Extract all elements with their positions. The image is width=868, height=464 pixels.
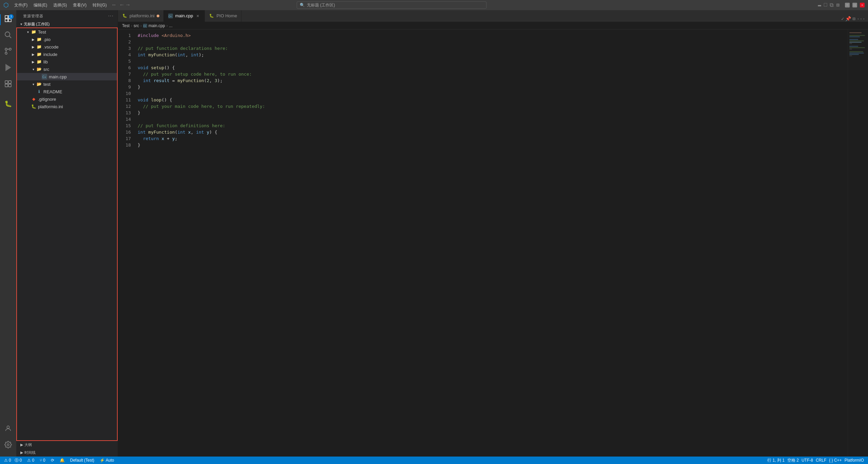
tab-action-more[interactable]: ··· — [857, 16, 865, 22]
tree-item-src[interactable]: ▾ 📂 src — [17, 65, 117, 73]
status-line-ending[interactable]: CRLF — [814, 458, 828, 463]
svg-rect-6 — [5, 81, 8, 83]
tree-item-label-gitignore: .gitignore — [38, 97, 56, 102]
svg-rect-9 — [8, 84, 11, 87]
code-line-12: // put your main code here, to run repea… — [138, 103, 848, 110]
split-icon[interactable]: ⧉ — [830, 2, 833, 8]
sidebar-more-button[interactable]: ··· — [108, 13, 114, 19]
breadcrumb-more[interactable]: ... — [169, 23, 173, 28]
menu-more[interactable]: ··· — [110, 2, 118, 9]
tab-platformio-ini[interactable]: 🐛 platformio.ini — [118, 10, 164, 22]
outline-panel-title[interactable]: ▶ 大纲 — [16, 441, 118, 449]
code-line-13: } — [138, 110, 848, 116]
status-platform[interactable]: PlatformIO — [843, 458, 865, 463]
tree-item-test[interactable]: ▾ 📁 Test — [17, 28, 117, 36]
svg-point-10 — [7, 426, 9, 428]
breadcrumb-sep-2: › — [140, 23, 142, 28]
global-search-bar[interactable]: 🔍 无标题 (工作区) — [297, 1, 487, 9]
status-source-control[interactable]: ⑂ 0 — [38, 457, 47, 464]
tab-bar: 🐛 platformio.ini C+ main.cpp × 🐛 PIO Hom… — [118, 10, 868, 22]
breadcrumb-file[interactable]: C+ main.cpp — [143, 23, 165, 28]
tab-action-check[interactable]: ✓ — [841, 16, 844, 22]
activity-search[interactable] — [0, 28, 16, 44]
minimize-button[interactable]: ─ — [845, 3, 850, 7]
status-spaces[interactable]: 空格 2 — [786, 458, 800, 463]
menu-view[interactable]: 查看(V) — [70, 2, 89, 9]
tree-item-test-folder[interactable]: ▾ 📂 test — [17, 80, 117, 88]
tree-item-lib[interactable]: ▶ 📁 lib — [17, 58, 117, 65]
tab-label-pio-home: PIO Home — [216, 13, 237, 18]
workspace-section[interactable]: ▾ 无标题 (工作区) — [16, 20, 118, 27]
layout-icon[interactable]: □ — [824, 2, 827, 8]
folder-arrow-test-sub: ▾ — [31, 81, 36, 87]
status-encoding[interactable]: UTF-8 — [800, 458, 814, 463]
extensions-icon — [4, 80, 12, 90]
git-warning-count: 0 — [32, 458, 34, 463]
activity-explorer[interactable]: 1 — [0, 12, 16, 28]
status-auto[interactable]: ⚡ Auto — [98, 457, 115, 464]
sidebar-toggle-icon[interactable]: ▬ — [818, 2, 821, 8]
tab-close-main-cpp[interactable]: × — [195, 13, 200, 19]
status-language[interactable]: { } C++ — [828, 458, 843, 463]
nav-back-button[interactable]: ← — [120, 2, 124, 8]
tree-item-gitignore[interactable]: ◆ .gitignore — [17, 95, 117, 103]
maximize-button[interactable]: □ — [852, 3, 857, 7]
breadcrumb-test[interactable]: Test — [122, 23, 130, 28]
tree-item-vscode[interactable]: ▶ 📁 .vscode — [17, 43, 117, 51]
tab-action-pin[interactable]: 📌 — [845, 16, 851, 22]
menu-bar: 文件(F) 编辑(E) 选择(S) 查看(V) 转到(G) ··· — [12, 2, 118, 9]
menu-select[interactable]: 选择(S) — [51, 2, 70, 9]
language-label: { } C++ — [829, 458, 842, 463]
activity-extensions[interactable] — [0, 77, 16, 93]
tab-modified-dot — [157, 15, 159, 17]
file-spacer-git — [25, 96, 31, 102]
grid-icon[interactable]: ⊞ — [836, 2, 840, 8]
folder-icon-lib: 📁 — [36, 59, 42, 65]
activity-platformio[interactable]: 🐛 — [0, 96, 16, 112]
search-placeholder: 无标题 (工作区) — [307, 2, 335, 8]
error-count: 0 — [9, 458, 11, 463]
settings-icon — [4, 441, 12, 451]
status-git-warning[interactable]: ⚠ 0 — [26, 457, 36, 464]
close-button[interactable]: ✕ — [860, 3, 865, 7]
menu-file[interactable]: 文件(F) — [12, 2, 30, 9]
warning-count: 0 — [20, 458, 22, 463]
sidebar-header: 资源管理器 ··· — [16, 10, 118, 20]
code-content[interactable]: #include <Arduino.h> // put function dec… — [135, 30, 848, 457]
status-default-env[interactable]: Default (Test) — [69, 457, 96, 464]
run-icon — [4, 63, 12, 74]
timeline-panel-title[interactable]: ▶ 时间线 — [16, 449, 118, 457]
status-format[interactable]: ⟳ — [50, 457, 56, 464]
tree-item-platformio-ini[interactable]: 🐛 platformio.ini — [17, 103, 117, 110]
folder-icon-src: 📂 — [36, 66, 42, 72]
tab-pio-home[interactable]: 🐛 PIO Home — [205, 10, 241, 22]
tree-item-label-vscode: .vscode — [43, 44, 59, 50]
activity-run[interactable] — [0, 60, 16, 77]
menu-goto[interactable]: 转到(G) — [90, 2, 109, 9]
menu-edit[interactable]: 编辑(E) — [31, 2, 50, 9]
code-editor[interactable]: 12345 678910 1112131415 161718 #include … — [118, 30, 868, 457]
git-icon: ◆ — [31, 96, 37, 102]
tab-main-cpp[interactable]: C+ main.cpp × — [164, 10, 205, 22]
status-position[interactable]: 行 1, 列 1 — [766, 458, 786, 463]
tab-action-split[interactable]: ⊟ — [852, 16, 855, 22]
tree-item-main-cpp[interactable]: C+ main.cpp — [17, 73, 117, 80]
tree-item-readme[interactable]: ℹ README — [17, 88, 117, 95]
platformio-file-icon: 🐛 — [31, 103, 37, 110]
activity-settings[interactable] — [0, 438, 16, 454]
code-line-18: } — [138, 142, 848, 148]
tree-item-include[interactable]: ▶ 📁 include — [17, 51, 117, 58]
nav-forward-button[interactable]: → — [126, 2, 130, 8]
breadcrumb-src[interactable]: src — [134, 23, 139, 28]
status-bell[interactable]: 🔔 — [58, 457, 66, 464]
tree-item-label-platformio-ini: platformio.ini — [38, 104, 63, 109]
status-right: 行 1, 列 1 空格 2 UTF-8 CRLF { } C++ Platfor… — [766, 458, 865, 463]
activity-source-control[interactable] — [0, 44, 16, 60]
code-line-17: return x + y; — [138, 135, 848, 142]
folder-arrow-src: ▾ — [31, 66, 36, 72]
warning-icon: ⓪ — [15, 458, 19, 463]
activity-account[interactable] — [0, 421, 16, 438]
code-line-8: int result = myFunction(2, 3); — [138, 77, 848, 84]
tree-item-pio[interactable]: ▶ 📁 .pio — [17, 36, 117, 43]
status-errors[interactable]: ⚠ 0 ⓪ 0 — [3, 457, 23, 464]
